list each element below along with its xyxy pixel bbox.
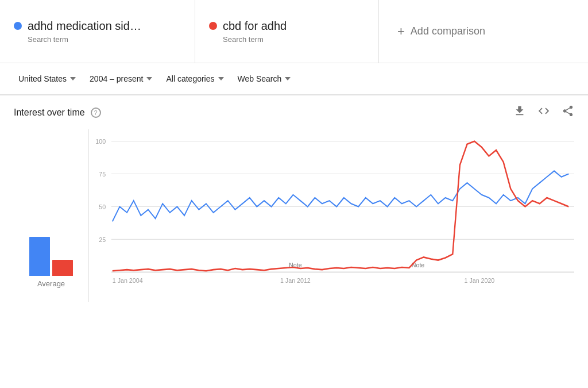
category-label: All categories [166,74,214,83]
search-term-1-label: adhd medication sid… [14,20,181,33]
chart-area: 100 75 50 25 1 Jan 2004 1 Jan 2012 1 Jan… [88,129,574,302]
download-icon[interactable] [513,105,526,120]
term2-type: Search term [223,35,365,44]
average-panel: Average [14,129,88,302]
svg-text:25: 25 [99,236,106,243]
average-bar-blue [29,237,50,276]
region-chevron [70,77,76,80]
search-term-1[interactable]: adhd medication sid… Search term [0,0,195,63]
search-type-label: Web Search [238,74,282,83]
filter-bar: United States 2004 – present All categor… [0,63,588,95]
average-bars [29,230,73,276]
svg-text:1 Jan 2012: 1 Jan 2012 [280,277,311,284]
blue-line [113,171,568,221]
term1-dot [14,22,22,30]
term2-dot [209,22,217,30]
average-bar-red [52,260,73,276]
chart-container: Average 100 75 50 25 1 Jan 2004 1 Jan 20… [14,129,574,302]
chart-title: Interest over time [14,107,85,118]
share-icon[interactable] [562,105,574,120]
term1-type: Search term [28,35,181,44]
svg-text:1 Jan 2020: 1 Jan 2020 [464,277,494,284]
time-range-filter[interactable]: 2004 – present [85,72,157,86]
svg-text:50: 50 [99,203,106,210]
chart-header: Interest over time ? [14,95,574,125]
search-term-2[interactable]: cbd for adhd Search term [195,0,379,63]
time-range-chevron [146,77,152,80]
search-type-chevron [285,77,291,80]
category-filter[interactable]: All categories [161,72,228,86]
search-term-2-label: cbd for adhd [209,20,365,33]
average-label: Average [37,279,65,288]
red-line [113,141,568,271]
time-range-label: 2004 – present [90,74,143,83]
region-label: United States [18,74,67,83]
add-comparison-button[interactable]: + Add comparison [379,0,588,63]
chart-actions [513,105,574,120]
svg-text:100: 100 [95,138,106,145]
svg-text:1 Jan 2004: 1 Jan 2004 [113,277,143,284]
embed-icon[interactable] [537,105,550,120]
chart-title-area: Interest over time ? [14,107,101,118]
search-terms-bar: adhd medication sid… Search term cbd for… [0,0,588,63]
category-chevron [218,77,224,80]
svg-text:75: 75 [99,170,106,177]
chart-svg: 100 75 50 25 1 Jan 2004 1 Jan 2012 1 Jan… [89,129,574,302]
term2-text: cbd for adhd [223,20,287,33]
help-icon[interactable]: ? [91,107,101,118]
term1-text: adhd medication sid… [28,20,141,33]
search-type-filter[interactable]: Web Search [233,72,296,86]
plus-icon: + [397,24,405,39]
add-comparison-label: Add comparison [411,25,485,37]
chart-section: Interest over time ? Average [0,95,588,302]
region-filter[interactable]: United States [14,72,80,86]
